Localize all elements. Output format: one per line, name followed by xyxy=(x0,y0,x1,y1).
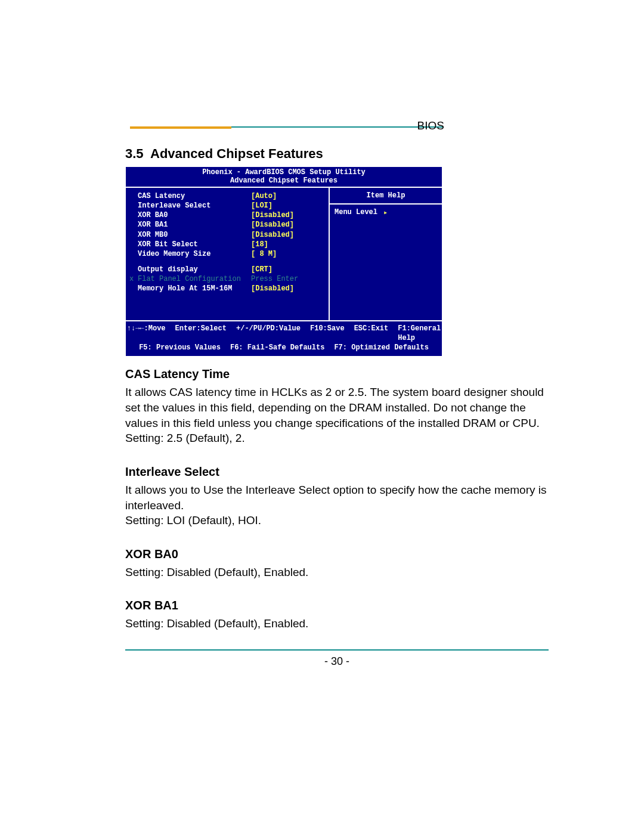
bios-footer-key: ESC:Exit xyxy=(354,324,389,343)
doc-section-title: XOR BA1 xyxy=(125,599,549,612)
bios-row-value: [Disabled] xyxy=(251,230,311,240)
bios-help-title: Item Help xyxy=(330,188,442,205)
page-header-label: BIOS xyxy=(417,119,444,132)
bios-row-label: CAS Latency xyxy=(138,191,251,201)
bios-footer-key: F7: Optimized Defaults xyxy=(334,343,428,352)
bios-row: Video Memory Size[ 8 M] xyxy=(138,249,323,259)
bios-row-value: [Disabled] xyxy=(251,220,311,230)
bios-title-line2: Advanced Chipset Features xyxy=(126,176,442,185)
page-number: - 30 - xyxy=(125,655,549,668)
bios-row-label: Output display xyxy=(138,265,251,274)
bios-row-value: [LOI] xyxy=(251,201,311,210)
bios-row: Memory Hole At 15M-16M[Disabled] xyxy=(138,284,323,293)
header-rule-teal xyxy=(231,126,444,128)
doc-section-body: Setting: Disabled (Default), Enabled. xyxy=(125,616,549,631)
section-title: Advanced Chipset Features xyxy=(150,146,323,161)
bios-row-value: [18] xyxy=(251,240,311,249)
bios-footer-key: F10:Save xyxy=(310,324,345,343)
doc-section-title: Interleave Select xyxy=(125,465,549,479)
bios-footer-key: Enter:Select xyxy=(175,324,227,343)
bios-row-label: XOR BA1 xyxy=(138,220,251,230)
bios-menu-level-label: Menu Level xyxy=(335,208,377,216)
doc-section-title: CAS Latency Time xyxy=(125,367,549,381)
bios-help-panel: Item Help Menu Level ▸ xyxy=(330,188,442,320)
bios-row-value: [Disabled] xyxy=(251,284,311,293)
section-heading: 3.5 Advanced Chipset Features xyxy=(125,146,549,162)
bios-row-value: [ 8 M] xyxy=(251,249,311,259)
bios-row: Output display[CRT] xyxy=(138,265,323,274)
bios-footer-key: F1:General Help xyxy=(398,324,441,343)
bios-row-label: XOR MB0 xyxy=(138,230,251,240)
bios-row: CAS Latency[Auto] xyxy=(138,191,323,201)
bios-row-label: Flat Panel Configuration xyxy=(138,274,251,284)
bios-row-label: Interleave Select xyxy=(138,201,251,210)
footer-rule xyxy=(125,649,549,651)
bios-row-label: Memory Hole At 15M-16M xyxy=(138,284,251,293)
bios-row-label: Video Memory Size xyxy=(138,249,251,259)
bios-footer-key: +/-/PU/PD:Value xyxy=(236,324,301,343)
bios-row: Flat Panel ConfigurationPress Enter xyxy=(138,274,323,284)
bios-row: XOR BA1[Disabled] xyxy=(138,220,323,230)
bios-row: XOR MB0[Disabled] xyxy=(138,230,323,240)
doc-section-body: It allows you to Use the Interleave Sele… xyxy=(125,482,549,528)
bios-row-value: [CRT] xyxy=(251,265,311,274)
bios-settings-panel: CAS Latency[Auto]Interleave Select[LOI]X… xyxy=(126,188,330,320)
bios-title-line1: Phoenix - AwardBIOS CMOS Setup Utility xyxy=(126,168,442,176)
bios-row-label: XOR Bit Select xyxy=(138,240,251,249)
bios-footer-key: F6: Fail-Safe Defaults xyxy=(230,343,324,352)
bios-footer-key: F5: Previous Values xyxy=(139,343,221,352)
section-number: 3.5 xyxy=(125,146,144,161)
doc-section-title: XOR BA0 xyxy=(125,547,549,561)
bios-screenshot: Phoenix - AwardBIOS CMOS Setup Utility A… xyxy=(125,166,442,357)
bios-row-label: XOR BA0 xyxy=(138,210,251,220)
bios-footer-key: ↑↓→←:Move xyxy=(127,324,166,343)
bios-footer: ↑↓→←:MoveEnter:Select+/-/PU/PD:ValueF10:… xyxy=(126,320,442,357)
bios-row: Interleave Select[LOI] xyxy=(138,201,323,210)
doc-section-body: It allows CAS latency time in HCLKs as 2… xyxy=(125,385,549,446)
bios-row-value: [Auto] xyxy=(251,191,311,201)
bios-row: XOR Bit Select[18] xyxy=(138,240,323,249)
bios-row-value: Press Enter xyxy=(251,274,311,284)
arrow-right-icon: ▸ xyxy=(383,208,388,217)
bios-row-value: [Disabled] xyxy=(251,210,311,220)
header-rule-gold xyxy=(130,126,231,129)
bios-row: XOR BA0[Disabled] xyxy=(138,210,323,220)
doc-section-body: Setting: Disabled (Default), Enabled. xyxy=(125,565,549,580)
